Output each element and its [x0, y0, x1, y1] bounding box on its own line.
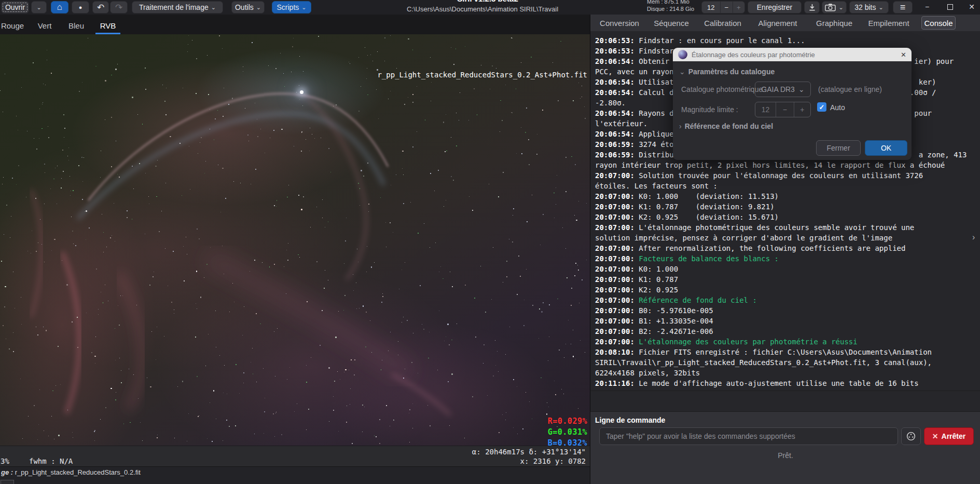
bit-depth-value: 32 bits [854, 3, 876, 11]
memory-info: Mém : 875.1 Mio [647, 0, 694, 5]
command-input[interactable] [599, 427, 898, 445]
zoom-percentage: 3% [1, 457, 9, 465]
console-line: SIRIL\Travail\r_pp_Light_stacked_Reduced… [595, 357, 980, 368]
save-as-button[interactable] [804, 1, 820, 14]
dialog-close-button[interactable]: ✕ [901, 51, 906, 59]
console-action-bar [590, 391, 980, 412]
catalog-section-label: Paramètres du catalogue [688, 68, 775, 76]
tab-sequence[interactable]: Séquence [651, 16, 692, 30]
scripts-menu[interactable]: Scripts⌄ [272, 1, 311, 14]
console-line: 20:07:00: B0: -5.97610e-005 [595, 305, 980, 316]
background-section-label: Référence de fond du ciel [685, 122, 773, 130]
dialog-fermer-button[interactable]: Fermer [816, 140, 861, 156]
fwhm-readout: fwhm : N/A [29, 457, 73, 465]
redo-icon: ↷ [115, 2, 122, 13]
bright-star [300, 90, 303, 94]
memory-disk-info: Mém : 875.1 Mio Disque : 214.8 Gio [647, 0, 694, 12]
console-line: solution imprécise, pensez à corriger d'… [595, 233, 980, 243]
bit-depth-select[interactable]: 32 bits⌄ [849, 1, 889, 14]
image-name-value: r_pp_Light_stacked_ReducedStars_0.2.fit [15, 468, 141, 476]
magnitude-plus-button[interactable]: + [794, 102, 810, 117]
image-label-prefix: ge : [1, 468, 13, 476]
zoom-plus-button[interactable]: + [733, 2, 744, 13]
console-line: 20:07:00: K1: 0.787 [595, 274, 980, 285]
magnitude-minus-button[interactable]: − [776, 102, 794, 117]
home-button[interactable]: ⌂ [51, 1, 68, 14]
tab-rvb[interactable]: RVB [96, 19, 119, 32]
console-line: 20:07:00: After renormalization, the fol… [595, 243, 980, 253]
tab-alignement[interactable]: Alignement [754, 16, 801, 30]
zoom-stepper[interactable]: 12 − + [701, 1, 745, 14]
stop-button-label: Arrêter [942, 432, 966, 440]
working-directory-path: C:\Users\Asus\Documents\Animation SIRIL\… [316, 5, 648, 13]
open-dropdown-button[interactable]: ⌄ [31, 1, 47, 14]
magnitude-label: Magnitude limite : [681, 105, 738, 114]
image-processing-label: Traitement de l'image [139, 3, 209, 11]
chevron-down-icon: ⌄ [679, 68, 685, 76]
scripts-label: Scripts [277, 3, 299, 11]
download-icon [808, 4, 816, 11]
panel-expander-arrow[interactable]: › [972, 233, 975, 242]
toolbar: Ouvrir ⌄ ⌂ ● ↶ ↷ Traitement de l'image⌄ … [0, 0, 980, 15]
tab-empilement[interactable]: Empilement [864, 16, 913, 30]
undo-icon: ↶ [97, 2, 104, 13]
window-title-partial: Siril v1.2.3 beta2 [425, 0, 550, 4]
tab-rouge[interactable]: Rouge [0, 19, 25, 32]
status-bar: α: 20h46m17s δ: +31°13'14" x: 2316 y: 07… [0, 446, 590, 467]
console-line: 20:07:00: K0: 1.000 (deviation: 11.513) [595, 191, 980, 201]
image-processing-menu[interactable]: Traitement de l'image⌄ [132, 1, 223, 14]
tab-console[interactable]: Console [921, 16, 956, 30]
photometric-color-calibration-dialog: Étalonnage des couleurs par photométrie … [673, 48, 912, 160]
corner-widget-partial [1, 480, 14, 484]
tab-conversion[interactable]: Conversion [597, 16, 642, 30]
background-section-header[interactable]: ›Référence de fond du ciel [679, 122, 773, 130]
dialog-titlebar[interactable]: Étalonnage des couleurs par photométrie … [673, 48, 912, 61]
record-button[interactable]: ● [72, 1, 89, 14]
open-button-label: Ouvrir [5, 3, 25, 11]
minimize-button[interactable]: − [919, 0, 935, 14]
redo-button[interactable]: ↷ [110, 1, 128, 14]
hamburger-menu-button[interactable]: ≡ [893, 1, 913, 14]
globe-icon [906, 432, 916, 441]
dialog-ok-button[interactable]: OK [865, 140, 907, 156]
maximize-icon [947, 4, 953, 10]
stop-button[interactable]: ✕Arrêter [924, 427, 974, 445]
auto-checkbox[interactable]: ✓ [817, 102, 826, 112]
auto-checkbox-label: Auto [830, 103, 845, 112]
console-line: 20:07:00: K0: 1.000 [595, 264, 980, 274]
command-line-section: Ligne de commande ✕Arrêter Prêt. [590, 411, 980, 484]
zoom-minus-button[interactable]: − [721, 2, 733, 13]
stop-x-icon: ✕ [932, 432, 938, 440]
image-filename-overlay: r_pp_Light_stacked_ReducedStars_0.2_Ast+… [197, 71, 587, 79]
magnitude-stepper[interactable]: 12 − + [755, 102, 811, 117]
image-viewport[interactable]: r_pp_Light_stacked_ReducedStars_0.2_Ast+… [0, 34, 590, 446]
undo-button[interactable]: ↶ [92, 1, 109, 14]
console-line: 20:11:16: Le mode d'affichage auto-ajust… [595, 378, 980, 388]
tab-bleu[interactable]: Bleu [65, 19, 87, 32]
console-line: 20:07:00: Référence de fond du ciel : [595, 295, 980, 305]
pixel-coordinates: x: 2316 y: 0782 [520, 457, 586, 465]
siril-app-icon [678, 50, 687, 59]
image-name-bar: ge : r_pp_Light_stacked_ReducedStars_0.2… [0, 466, 590, 478]
snapshot-button[interactable]: ⌄ [822, 1, 847, 14]
pixel-value-blue: B=0.032% [457, 438, 587, 446]
chevron-down-icon: ⌄ [211, 5, 216, 10]
tab-graphique[interactable]: Graphique [812, 16, 856, 30]
catalog-select[interactable]: GAIA DR3⌄ [755, 82, 811, 97]
maximize-button[interactable] [942, 0, 958, 14]
tools-menu[interactable]: Outils⌄ [231, 1, 265, 14]
close-button[interactable]: ✕ [964, 0, 979, 14]
siril-window: Ouvrir ⌄ ⌂ ● ↶ ↷ Traitement de l'image⌄ … [0, 0, 980, 484]
open-button[interactable]: Ouvrir [1, 1, 29, 14]
catalog-label: Catalogue photométrique : [681, 85, 767, 93]
magnitude-value: 12 [755, 102, 776, 117]
save-button-label: Enregistrer [757, 3, 792, 11]
save-button[interactable]: Enregistrer [748, 1, 802, 14]
catalog-section-header[interactable]: ⌄Paramètres du catalogue [679, 68, 775, 76]
tab-calibration[interactable]: Calibration [700, 16, 745, 30]
home-icon: ⌂ [57, 2, 62, 12]
command-reference-button[interactable] [901, 427, 921, 445]
tab-vert[interactable]: Vert [34, 19, 55, 32]
right-panel-tab-bar: Conversion Séquence Calibration Aligneme… [590, 15, 980, 32]
console-line: 6224x4168 pixels, 32bits [595, 368, 980, 378]
